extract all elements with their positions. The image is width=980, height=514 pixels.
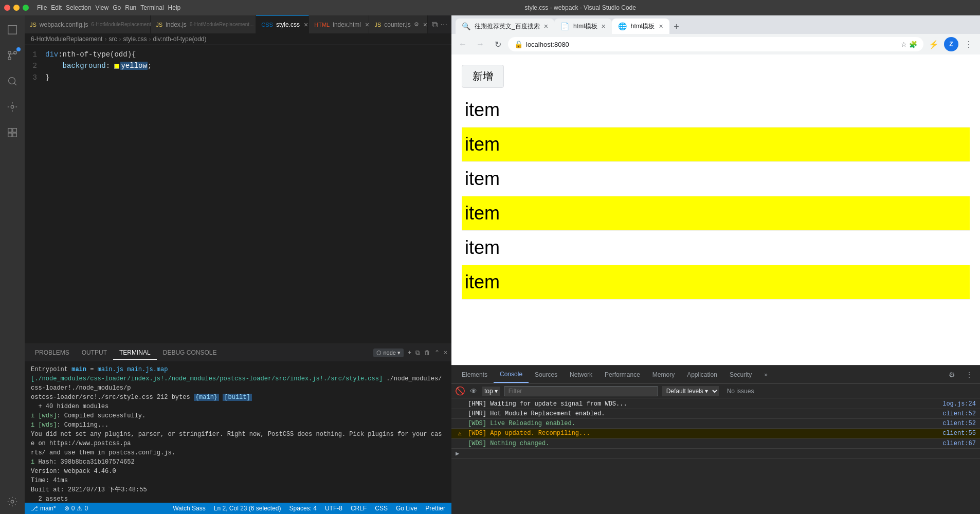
tab-counterjs[interactable]: JS counter.js ⚙ × bbox=[369, 15, 427, 33]
terminal-area: PROBLEMS OUTPUT TERMINAL DEBUG CONSOLE ⬡… bbox=[25, 343, 451, 503]
menu-selection[interactable]: Selection bbox=[66, 4, 91, 11]
tab-stylecss[interactable]: CSS style.css × bbox=[256, 15, 309, 33]
tab-close-style[interactable]: × bbox=[303, 21, 309, 29]
dt-tab-security[interactable]: Security bbox=[723, 367, 758, 382]
dt-tab-performance[interactable]: Performance bbox=[598, 367, 646, 382]
dt-tab-elements[interactable]: Elements bbox=[456, 367, 494, 382]
terminal-split-btn[interactable]: ⧉ bbox=[415, 349, 420, 356]
log-link-2[interactable]: client:52 bbox=[942, 410, 976, 417]
dt-tab-application[interactable]: Application bbox=[681, 367, 723, 382]
term-line: i [wds]: Compiled successfully. bbox=[31, 411, 445, 420]
spaces-setting[interactable]: Spaces: 4 bbox=[287, 505, 319, 512]
node-selector[interactable]: ⬡ node ▾ bbox=[373, 348, 403, 357]
reload-button[interactable]: ↻ bbox=[491, 37, 505, 51]
watch-sass[interactable]: Watch Sass bbox=[171, 505, 208, 512]
settings-gear-icon[interactable]: ⚙ bbox=[946, 369, 958, 381]
tab-toolbar: ⧉ ··· bbox=[428, 15, 451, 33]
editor-area: JS webpack.config.js 6-HotModuleReplacem… bbox=[25, 15, 451, 514]
new-button[interactable]: 新增 bbox=[462, 65, 504, 88]
explorer-icon[interactable] bbox=[0, 17, 25, 42]
browser-tab-1[interactable]: 🔍 往期推荐英文_百度搜索 × bbox=[456, 19, 554, 34]
tab-indexhtml[interactable]: HTML index.html × bbox=[309, 15, 369, 33]
btab-close-2[interactable]: × bbox=[602, 22, 606, 30]
log-levels-selector[interactable]: Default levels ▾ bbox=[662, 386, 719, 396]
dt-tab-more[interactable]: » bbox=[758, 367, 774, 382]
tab-webpack[interactable]: JS webpack.config.js 6-HotModuleReplacem… bbox=[25, 15, 151, 33]
term-line: ostcss-loader/src!./src/style.css 212 by… bbox=[31, 393, 445, 402]
tab-output[interactable]: OUTPUT bbox=[76, 346, 113, 359]
maximize-button[interactable] bbox=[23, 5, 29, 11]
source-control-icon[interactable] bbox=[0, 43, 25, 68]
address-bar[interactable]: 🔒 localhost:8080 ☆ 🧩 bbox=[508, 37, 923, 51]
prettier-btn[interactable]: Prettier bbox=[423, 505, 447, 512]
tab-problems[interactable]: PROBLEMS bbox=[29, 346, 76, 359]
code-line-3: 3 } bbox=[25, 72, 451, 83]
menu-button[interactable]: ⋮ bbox=[961, 37, 976, 51]
log-link-4[interactable]: client:55 bbox=[942, 430, 976, 437]
forward-button[interactable]: → bbox=[473, 37, 487, 51]
terminal-add-btn[interactable]: + bbox=[408, 349, 411, 356]
browser-nav: ← → ↻ 🔒 localhost:8080 ☆ 🧩 ⚡ Z ⋮ bbox=[451, 34, 980, 54]
dt-tab-sources[interactable]: Sources bbox=[529, 367, 564, 382]
terminal-trash-btn[interactable]: 🗑 bbox=[424, 349, 430, 356]
extensions-btn[interactable]: ⚡ bbox=[927, 37, 941, 51]
terminal-content[interactable]: Entrypoint main = main.js main.js.map [.… bbox=[25, 362, 451, 503]
line-ending[interactable]: CRLF bbox=[349, 505, 369, 512]
minimize-button[interactable] bbox=[13, 5, 20, 11]
menu-help[interactable]: Help bbox=[168, 4, 181, 11]
tab-terminal[interactable]: TERMINAL bbox=[113, 346, 157, 360]
console-clear-button[interactable]: 🚫 bbox=[456, 387, 465, 396]
errors-count[interactable]: ⊗ 0 ⚠ 0 bbox=[62, 505, 90, 512]
cursor-position[interactable]: Ln 2, Col 23 (6 selected) bbox=[212, 505, 283, 512]
extensions-icon[interactable] bbox=[0, 120, 25, 145]
term-line: Entrypoint main = main.js main.js.map bbox=[31, 365, 445, 374]
git-branch[interactable]: ⎇ main* bbox=[29, 505, 58, 512]
console-eye-button[interactable]: 👁 bbox=[469, 387, 478, 396]
extension-icon[interactable]: 🧩 bbox=[909, 41, 917, 48]
close-button[interactable] bbox=[4, 5, 10, 11]
btab-close-1[interactable]: × bbox=[544, 22, 548, 30]
js-icon: JS bbox=[30, 22, 37, 28]
term-line: i Hash: 398b8bca31b107574652 bbox=[31, 457, 445, 467]
menu-edit[interactable]: Edit bbox=[51, 4, 62, 11]
search-icon[interactable] bbox=[0, 69, 25, 94]
menu-go[interactable]: Go bbox=[113, 4, 121, 11]
browser-tab-3[interactable]: 🌐 html模板 × bbox=[612, 19, 669, 34]
tab-indexjs[interactable]: JS index.js 6-HotModuleReplacement... × bbox=[151, 15, 256, 33]
menu-view[interactable]: View bbox=[95, 4, 108, 11]
terminal-maximize-btn[interactable]: ⌃ bbox=[434, 349, 440, 356]
split-editor-btn[interactable]: ⧉ bbox=[432, 20, 438, 29]
context-selector[interactable]: top ▾ bbox=[482, 387, 500, 396]
log-link-5[interactable]: client:67 bbox=[942, 440, 976, 447]
more-actions-btn[interactable]: ··· bbox=[441, 20, 447, 29]
log-link-1[interactable]: log.js:24 bbox=[942, 400, 976, 408]
debug-icon[interactable] bbox=[0, 95, 25, 119]
browser-tab-2[interactable]: 📄 html模板 × bbox=[554, 19, 612, 34]
log-link-3[interactable]: client:52 bbox=[942, 420, 976, 427]
expand-icon[interactable]: ▶ bbox=[456, 450, 459, 457]
menu-file[interactable]: File bbox=[37, 4, 47, 11]
settings-icon[interactable] bbox=[0, 489, 25, 514]
menu-run[interactable]: Run bbox=[125, 4, 136, 11]
golive-btn[interactable]: Go Live bbox=[394, 505, 419, 512]
console-filter-input[interactable] bbox=[504, 386, 658, 396]
language-mode[interactable]: CSS bbox=[373, 505, 390, 512]
console-expand-row[interactable]: ▶ bbox=[451, 449, 980, 459]
dt-tab-console[interactable]: Console bbox=[494, 366, 529, 383]
back-button[interactable]: ← bbox=[456, 37, 470, 51]
star-icon[interactable]: ☆ bbox=[901, 41, 907, 48]
btab-close-3[interactable]: × bbox=[659, 22, 663, 30]
code-editor[interactable]: 1 div:nth-of-type(odd){ 2 background: ye… bbox=[25, 45, 451, 343]
new-tab-button[interactable]: + bbox=[669, 20, 684, 34]
dt-tab-memory[interactable]: Memory bbox=[646, 367, 681, 382]
item-4: item bbox=[462, 196, 970, 231]
encoding-setting[interactable]: UTF-8 bbox=[323, 505, 344, 512]
devtools-more-icon[interactable]: ⋮ bbox=[963, 369, 976, 381]
svg-rect-6 bbox=[13, 128, 16, 132]
profile-button[interactable]: Z bbox=[944, 37, 958, 51]
tab-debug-console[interactable]: DEBUG CONSOLE bbox=[157, 346, 223, 359]
dt-tab-network[interactable]: Network bbox=[564, 367, 598, 382]
terminal-close-btn[interactable]: × bbox=[444, 349, 447, 356]
menu-terminal[interactable]: Terminal bbox=[140, 4, 164, 11]
svg-point-3 bbox=[9, 78, 15, 84]
